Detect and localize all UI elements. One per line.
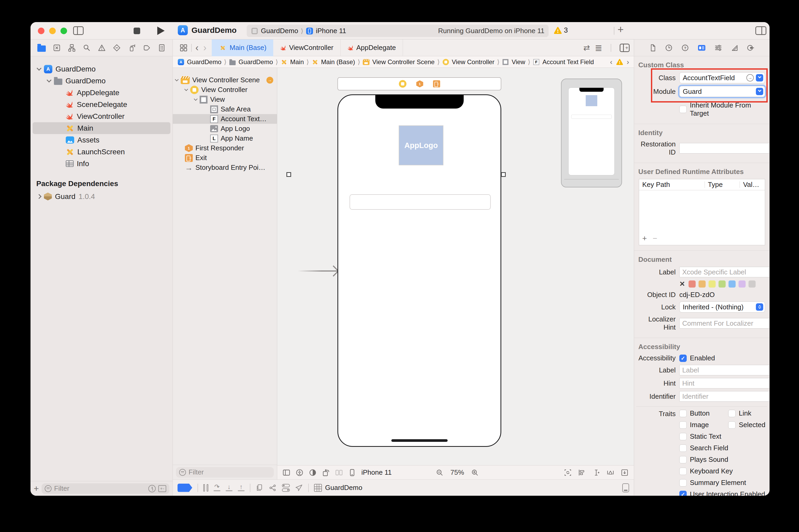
account-text-field[interactable] [350, 194, 491, 210]
document-label-field[interactable] [679, 267, 769, 277]
trait-checkbox[interactable] [679, 468, 687, 475]
memory-graph-icon[interactable] [269, 484, 277, 492]
editor-options-icon[interactable]: ≣ [595, 43, 602, 52]
trait-checkbox[interactable] [679, 433, 687, 440]
trait-checkbox[interactable]: ✓ [679, 491, 687, 496]
outline-item-app-name[interactable]: App Name [173, 134, 277, 143]
trait-checkbox[interactable] [679, 479, 687, 487]
disclosure-chevron-icon[interactable] [194, 97, 198, 101]
outline-item-first-responder[interactable]: First Responder [173, 143, 277, 153]
report-navigator-icon[interactable] [158, 44, 166, 52]
minimize-window-button[interactable] [49, 27, 56, 34]
navigator-item-guarddemo-project[interactable]: GuardDemo [33, 63, 170, 75]
color-swatch-blue[interactable] [728, 281, 736, 288]
add-editor-icon[interactable]: + [620, 44, 630, 52]
view-controller-icon[interactable] [399, 80, 406, 88]
update-frames-icon[interactable] [564, 469, 572, 477]
outline-item-view[interactable]: View [173, 95, 277, 104]
navigator-item-appdelegate[interactable]: AppDelegate [33, 87, 170, 99]
appearance-icon[interactable] [309, 469, 317, 477]
breadcrumb-item[interactable]: Main [290, 58, 304, 66]
warning-icon[interactable] [616, 59, 623, 65]
close-window-button[interactable] [38, 27, 44, 34]
localizer-hint-field[interactable] [679, 318, 769, 328]
zoom-in-icon[interactable] [471, 469, 479, 477]
related-items-icon[interactable] [180, 44, 187, 52]
disclosure-chevron-icon[interactable] [184, 87, 188, 91]
module-dropdown-icon[interactable] [756, 88, 763, 95]
source-control-status-icon[interactable]: +- [158, 485, 166, 492]
iphone-view-controller[interactable]: AppLogo [337, 94, 501, 447]
resolve-autolayout-icon[interactable] [607, 469, 614, 477]
navigator-item-launchscreen[interactable]: LaunchScreen [33, 146, 170, 158]
module-field[interactable]: Guard [679, 86, 765, 97]
navigator-item-guarddemo-folder[interactable]: GuardDemo [33, 75, 170, 87]
trait-checkbox[interactable] [728, 421, 736, 429]
class-dropdown-icon[interactable] [756, 74, 763, 81]
tab-viewcontroller[interactable]: ViewController [273, 39, 340, 56]
breadcrumb-item[interactable]: View Controller [452, 58, 495, 66]
step-out-icon[interactable]: ↑ [238, 484, 245, 491]
device-bezels-toggle[interactable] [622, 483, 629, 492]
scheme-project-name[interactable]: GuardDemo [261, 27, 298, 35]
project-navigator-icon[interactable] [37, 45, 46, 52]
connections-inspector-icon[interactable] [747, 44, 755, 52]
selection-handle-left[interactable] [286, 172, 291, 177]
remove-attribute-button[interactable]: − [653, 234, 657, 243]
next-issue-button[interactable]: › [627, 58, 629, 66]
running-process[interactable]: GuardDemo [314, 483, 363, 492]
file-inspector-icon[interactable] [649, 44, 657, 52]
previous-issue-button[interactable]: ‹ [610, 58, 612, 66]
add-constraints-icon[interactable] [592, 469, 600, 477]
a11y-identifier-field[interactable] [679, 391, 769, 402]
trait-checkbox[interactable] [679, 410, 687, 417]
inherit-module-checkbox[interactable] [679, 106, 687, 113]
breadcrumb-item[interactable]: View [512, 58, 525, 66]
outline-item-safe-area[interactable]: Safe Area [173, 104, 277, 114]
outline-filter-field[interactable]: Filter [176, 467, 274, 478]
add-file-button[interactable]: + [34, 483, 39, 494]
outline-item-account-text-field[interactable]: Account Text… [173, 114, 277, 124]
attributes-inspector-icon[interactable] [714, 44, 722, 52]
trait-checkbox[interactable] [728, 410, 736, 417]
zoom-out-icon[interactable] [436, 469, 444, 477]
disclosure-chevron-icon[interactable] [37, 194, 41, 199]
storyboard-canvas[interactable]: AppLogo [277, 68, 634, 465]
zoom-window-button[interactable] [60, 27, 67, 34]
add-attribute-button[interactable]: + [642, 234, 647, 243]
accessibility-enabled-checkbox[interactable]: ✓ [679, 355, 687, 362]
jump-to-class-icon[interactable]: → [746, 74, 754, 81]
swap-editor-icon[interactable]: ⇄ [583, 44, 590, 52]
orientation-icon[interactable] [322, 469, 330, 477]
color-swatch-yellow[interactable] [708, 281, 716, 288]
tab-appdelegate[interactable]: AppDelegate [340, 39, 403, 56]
runtime-attributes-table[interactable]: Key Path Type Val… + − [639, 179, 765, 245]
split-view-icon[interactable] [335, 469, 343, 477]
class-field[interactable]: AccountTextField → [679, 72, 765, 83]
storyboard-entry-point-arrow[interactable] [298, 270, 338, 271]
navigator-item-scenedelegate[interactable]: SceneDelegate [33, 99, 170, 110]
test-navigator-icon[interactable] [113, 44, 121, 52]
scheme-status-bar[interactable]: GuardDemo ⟩ iPhone 11 Running GuardDemo … [247, 25, 549, 37]
window-tab[interactable]: GuardDemo [178, 25, 237, 35]
color-swatch-green[interactable] [719, 281, 726, 288]
disclosure-chevron-icon[interactable] [175, 78, 179, 81]
outline-item-entry-point[interactable]: → Storyboard Entry Poi… [173, 163, 277, 172]
run-button[interactable] [157, 26, 165, 35]
trait-checkbox[interactable] [679, 421, 687, 429]
disclosure-chevron-icon[interactable] [37, 66, 41, 71]
accessibility-preview-icon[interactable] [296, 469, 303, 477]
restoration-id-field[interactable] [679, 143, 769, 153]
breadcrumb-item[interactable]: GuardDemo [187, 58, 221, 66]
identity-inspector-icon[interactable] [697, 44, 706, 52]
toggle-outline-icon[interactable] [282, 469, 290, 477]
align-icon[interactable] [578, 469, 586, 477]
new-tab-button[interactable]: + [617, 24, 624, 36]
navigator-filter-field[interactable]: Filter +- [41, 483, 169, 494]
warning-badge[interactable]: 3 [554, 26, 568, 34]
zoom-level[interactable]: 75% [450, 469, 464, 477]
device-name[interactable]: iPhone 11 [361, 469, 392, 477]
navigator-item-assets[interactable]: Assets [33, 134, 170, 146]
step-over-icon[interactable]: ↷ [213, 484, 220, 491]
breadcrumb-item[interactable]: View Controller Scene [372, 58, 434, 66]
